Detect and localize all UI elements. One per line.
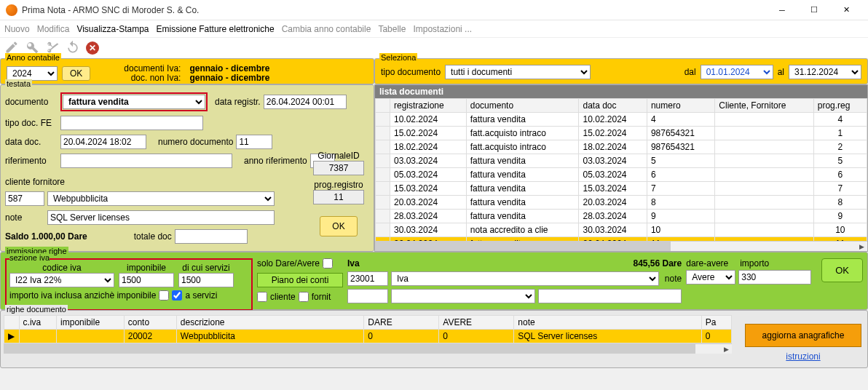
cliente-checkbox[interactable] xyxy=(257,292,267,302)
testata-label: testata xyxy=(5,79,32,88)
title-bar: Prima Nota - ARMO SNC di Moroder S. & Co… xyxy=(0,0,868,20)
conto-input[interactable] xyxy=(347,271,388,286)
menu-impostazioni[interactable]: Impostazioni ... xyxy=(413,24,472,34)
note-input[interactable] xyxy=(47,210,275,225)
toolbar: ✕ xyxy=(0,38,868,58)
menu-visualizza[interactable]: Visualizza-Stampa xyxy=(76,24,149,34)
data-registr-label: data registr. xyxy=(215,97,261,107)
menu-nuovo[interactable]: Nuovo xyxy=(4,24,30,34)
seleziona-label: Seleziona xyxy=(379,53,417,62)
lista-row[interactable]: 30.03.2024nota accredito a clie30.03.202… xyxy=(376,223,867,237)
inclusa-checkbox[interactable] xyxy=(159,290,169,301)
solo-dare-avere-label: solo Dare/Avere xyxy=(257,258,320,268)
aservizi-label: a servizi xyxy=(185,290,217,301)
num-doc-label: numero documento xyxy=(158,137,233,147)
lista-row[interactable]: 18.02.2024fatt.acquisto intraco18.02.202… xyxy=(376,140,867,154)
righe-panel: righe documento c.ivaimponibilecontodesc… xyxy=(0,310,868,368)
menu-modifica[interactable]: Modifica xyxy=(37,24,70,34)
lista-row[interactable]: 10.02.2024fattura vendita10.02.202444 xyxy=(376,113,867,127)
solo-dare-avere-checkbox[interactable] xyxy=(323,258,333,268)
seleziona-panel: Seleziona tipo documento tutti i documen… xyxy=(374,58,868,84)
cliente-label: cliente fornitore xyxy=(5,177,68,187)
importo-label: importo xyxy=(740,258,769,268)
al-select[interactable]: 31.12.2024 xyxy=(789,65,861,79)
al-label: al xyxy=(778,67,784,77)
conto2-input[interactable] xyxy=(347,289,388,303)
dal-select[interactable]: 01.01.2024 xyxy=(701,65,773,79)
immissione-ok-button[interactable]: OK xyxy=(821,258,863,282)
menu-tabelle[interactable]: Tabelle xyxy=(378,24,406,34)
cliente-code-input[interactable] xyxy=(5,191,44,206)
anno-panel: Anno contabile 2024 OK documenti Iva: do… xyxy=(0,58,374,84)
tipo-doc-label: tipo documento xyxy=(381,67,441,77)
conto2-desc-select[interactable] xyxy=(391,289,535,303)
prog-registro-input xyxy=(313,190,364,204)
close-window-button[interactable]: ✕ xyxy=(830,0,862,20)
lista-row[interactable]: 15.03.2024fattura vendita15.03.202477 xyxy=(376,182,867,196)
imponibile-label: imponibile xyxy=(119,263,174,273)
dare-avere-select[interactable]: Avere xyxy=(686,270,735,284)
imm-note-label: note xyxy=(665,274,682,284)
testata-ok-button[interactable]: OK xyxy=(320,216,357,236)
menu-emissione[interactable]: Emissione Fatture elettroniche xyxy=(157,24,275,34)
data-doc-input[interactable] xyxy=(60,135,146,149)
aservizi-checkbox[interactable] xyxy=(172,290,182,301)
lista-scrollbar[interactable]: ▶ xyxy=(375,241,867,251)
documento-select[interactable]: fattura vendita xyxy=(63,95,205,109)
iva-label: Iva xyxy=(347,258,360,268)
lista-row[interactable]: 05.03.2024fattura vendita05.03.202466 xyxy=(376,168,867,182)
documento-label: documento xyxy=(5,97,58,107)
saldo-text: Saldo 1.000,00 Dare xyxy=(5,231,87,242)
close-icon[interactable]: ✕ xyxy=(86,41,99,55)
riferimento-label: riferimento xyxy=(5,156,58,166)
tipo-doc-select[interactable]: tutti i documenti xyxy=(445,65,591,79)
doc-noniva-period: gennaio - dicembre xyxy=(189,73,269,83)
servizi-label: di cui servizi xyxy=(178,263,234,273)
piano-conti-button[interactable]: Piano dei conti xyxy=(257,273,343,287)
righe-row[interactable]: ▶20002Webpubblicita00SQL Server licenses… xyxy=(4,330,732,343)
righe-scrollbar[interactable]: ▶ xyxy=(4,343,732,354)
istruzioni-link[interactable]: istruzioni xyxy=(745,351,861,362)
sezione-iva: sezione iva codice iva I22 Iva 22% impon… xyxy=(5,258,253,311)
imm-note-input[interactable] xyxy=(538,289,682,303)
inclusa-label: importo iva inclusa anzichè imponibile xyxy=(9,290,156,301)
tipo-doc-fe-label: tipo doc. FE xyxy=(5,118,58,128)
lista-row[interactable]: 03.03.2024fattura vendita03.03.202455 xyxy=(376,154,867,168)
totale-doc-input[interactable] xyxy=(175,229,248,244)
window-title: Prima Nota - ARMO SNC di Moroder S. & Co… xyxy=(22,5,766,15)
fornit-checkbox[interactable] xyxy=(299,292,309,302)
riferimento-input[interactable] xyxy=(60,154,232,168)
doc-noniva-label: doc. non Iva: xyxy=(124,73,181,83)
num-doc-input[interactable] xyxy=(236,135,272,149)
menu-bar: Nuovo Modifica Visualizza-Stampa Emissio… xyxy=(0,20,868,38)
righe-grid[interactable]: c.ivaimponibilecontodescrizioneDAREAVERE… xyxy=(4,315,732,343)
lista-row[interactable]: 28.03.2024fattura vendita28.03.202499 xyxy=(376,210,867,223)
conto-desc-select[interactable]: Iva xyxy=(391,271,659,286)
importo-input[interactable] xyxy=(738,270,811,284)
imponibile-input[interactable] xyxy=(119,273,174,287)
iva-amount: 845,56 Dare xyxy=(633,258,682,268)
undo-icon[interactable] xyxy=(66,40,80,57)
menu-cambia-anno[interactable]: Cambia anno contabile xyxy=(282,24,371,34)
servizi-input[interactable] xyxy=(178,273,234,287)
data-registr-input[interactable] xyxy=(264,95,347,109)
giornale-input xyxy=(313,161,364,175)
tipo-doc-fe-input[interactable] xyxy=(60,116,203,130)
lista-row[interactable]: 20.03.2024fattura vendita20.03.202488 xyxy=(376,196,867,210)
codice-iva-select[interactable]: I22 Iva 22% xyxy=(9,273,114,287)
giornale-label: GiornaleID xyxy=(309,151,368,161)
anno-label: Anno contabile xyxy=(5,53,61,62)
lista-grid[interactable]: registrazionedocumentodata docnumeroClie… xyxy=(375,98,867,241)
lista-row[interactable]: 15.02.2024fatt.acquisto intraco15.02.202… xyxy=(376,127,867,140)
anno-select[interactable]: 2024 xyxy=(7,66,58,81)
testata-panel: testata documento fattura vendita data r… xyxy=(0,84,374,252)
maximize-button[interactable]: ☐ xyxy=(798,0,830,20)
cliente-chk-label: cliente xyxy=(270,292,296,302)
aggiorna-button[interactable]: aggiorna anagrafiche xyxy=(745,324,861,347)
righe-label: righe documento xyxy=(5,305,68,314)
anno-ok-button[interactable]: OK xyxy=(62,66,90,81)
prog-registro-label: prog.registro xyxy=(309,180,368,190)
minimize-button[interactable]: ─ xyxy=(766,0,798,20)
codice-iva-label: codice iva xyxy=(9,263,114,273)
cliente-name-select[interactable]: Webpubblicita xyxy=(47,191,275,206)
